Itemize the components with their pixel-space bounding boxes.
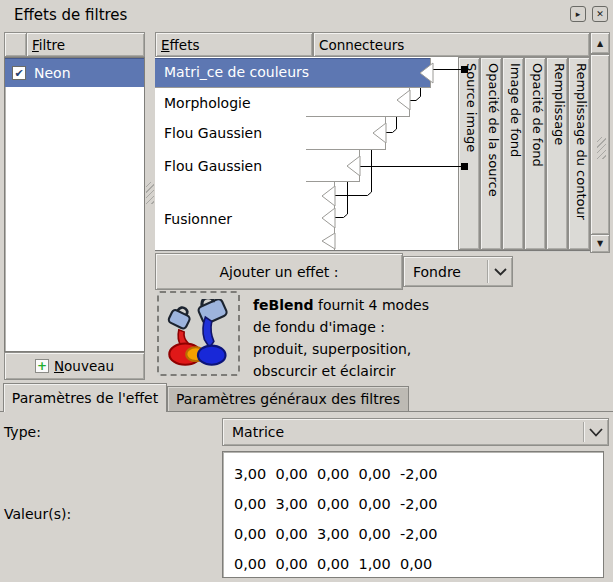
chevron-down-icon xyxy=(488,268,512,276)
scrollbar-grip-icon xyxy=(597,137,606,159)
filter-enabled-checkbox[interactable]: ✔ xyxy=(12,66,26,80)
tab-general-filter-parameters-label: Paramètres généraux des filtres xyxy=(176,391,400,407)
detach-icon: ▸ xyxy=(576,10,581,19)
matrix-row[interactable]: 0,00 3,00 0,00 0,00 -2,00 xyxy=(234,489,603,519)
matrix-values-editor[interactable]: 3,00 0,00 0,00 0,00 -2,00 0,00 3,00 0,00… xyxy=(222,451,604,578)
matrix-type-value: Matrice xyxy=(223,424,583,440)
effects-column-header[interactable]: Effets xyxy=(155,32,313,57)
effect-type-value: Fondre xyxy=(404,264,487,280)
matrix-type-combobox[interactable]: Matrice xyxy=(222,418,609,446)
input-column-background-image[interactable]: Image de fond xyxy=(502,57,524,250)
scroll-down-icon: ▼ xyxy=(597,239,603,248)
matrix-row[interactable]: 0,00 0,00 3,00 0,00 -2,00 xyxy=(234,519,603,549)
chevron-down-icon xyxy=(584,428,608,437)
scroll-up-icon: ▲ xyxy=(597,39,603,48)
input-column-fill-paint[interactable]: Remplissage xyxy=(546,57,568,250)
connectors-column-header[interactable]: Connecteurs xyxy=(313,32,590,57)
detach-dialog-button[interactable]: ▸ xyxy=(570,6,586,22)
scroll-up-button[interactable]: ▲ xyxy=(590,32,610,54)
type-label: Type: xyxy=(4,424,41,440)
input-column-source-image[interactable]: Source image xyxy=(458,57,480,250)
close-dialog-button[interactable]: ✕ xyxy=(592,6,608,22)
filter-enable-column-header[interactable] xyxy=(4,32,27,57)
primitive-gaussian-blur-2[interactable]: Flou Gaussien xyxy=(164,152,262,180)
scroll-down-button[interactable]: ▼ xyxy=(590,234,610,253)
filter-name: Neon xyxy=(34,65,71,81)
new-filter-label: Nouveau xyxy=(54,358,114,374)
scrollbar-thumb[interactable] xyxy=(590,54,610,235)
effect-parameters-panel: Type: Matrice Valeur(s): 3,00 0,00 0,00 … xyxy=(0,411,613,582)
tab-effect-parameters[interactable]: Paramètres de l'effet xyxy=(3,383,167,412)
input-column-stroke-paint[interactable]: Remplissage du contour xyxy=(568,57,590,250)
tab-effect-parameters-label: Paramètres de l'effet xyxy=(12,390,158,406)
splitter-grip-icon xyxy=(146,182,154,204)
matrix-row[interactable]: 3,00 0,00 0,00 0,00 -2,00 xyxy=(234,459,603,489)
filter-column-header[interactable]: Filtre xyxy=(26,32,145,57)
effect-description: feBlend fournit 4 modes de fondu d'image… xyxy=(253,294,483,382)
primitive-merge[interactable]: Fusionner xyxy=(164,205,232,233)
primitive-colormatrix[interactable]: Matri_ce de couleurs xyxy=(164,58,309,86)
filter-row-neon[interactable]: ✔ Neon xyxy=(5,58,144,87)
primitive-gaussian-blur-1[interactable]: Flou Gaussien xyxy=(164,119,262,147)
filter-list[interactable] xyxy=(4,57,145,352)
add-effect-label: Ajouter un effet : xyxy=(220,264,339,280)
filter-column-label: Filtre xyxy=(32,37,65,53)
primitive-list[interactable]: Matri_ce de couleurs Morphologie Flou Ga… xyxy=(155,57,590,252)
connectors-column-label: Connecteurs xyxy=(319,37,404,53)
values-label: Valeur(s): xyxy=(4,506,71,522)
dialog-title: Effets de filtres xyxy=(14,6,127,24)
input-column-background-alpha[interactable]: Opacité de fond xyxy=(524,57,546,250)
feblend-icon xyxy=(157,291,240,376)
tab-general-filter-parameters[interactable]: Paramètres généraux des filtres xyxy=(167,386,409,411)
effects-scrollbar[interactable]: ▲ ▼ xyxy=(590,32,610,253)
matrix-row[interactable]: 0,00 0,00 0,00 1,00 0,00 xyxy=(234,549,603,579)
dialog-titlebar: Effets de filtres ▸ ✕ xyxy=(0,0,613,30)
new-filter-button[interactable]: + Nouveau xyxy=(4,352,145,380)
plus-icon: + xyxy=(35,359,49,373)
effect-description-name: feBlend xyxy=(253,297,314,313)
check-icon: ✔ xyxy=(14,68,23,79)
panel-splitter[interactable] xyxy=(145,32,155,380)
add-effect-button[interactable]: Ajouter un effet : xyxy=(155,253,403,290)
effects-column-label: Effets xyxy=(161,37,199,53)
close-icon: ✕ xyxy=(596,10,604,19)
effect-type-combobox[interactable]: Fondre xyxy=(403,256,513,287)
primitive-morphology[interactable]: Morphologie xyxy=(164,89,251,117)
input-column-source-alpha[interactable]: Opacité de la source xyxy=(480,57,502,250)
